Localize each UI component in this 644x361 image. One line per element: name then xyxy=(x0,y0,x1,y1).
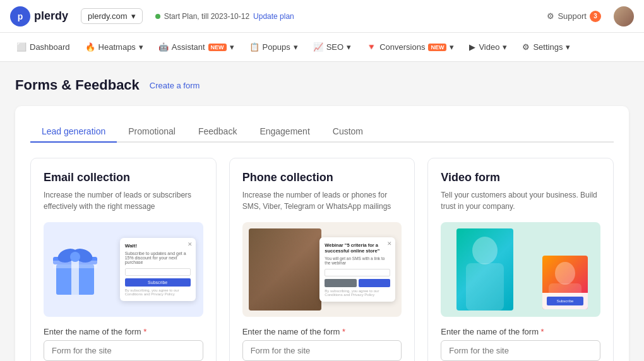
phone-popup-submit-btn xyxy=(359,279,391,287)
logo-icon: p xyxy=(10,6,30,27)
nav-item-conversions[interactable]: 🔻 Conversions NEW ▾ xyxy=(360,33,460,61)
nav-label-assistant: Assistant xyxy=(172,42,205,52)
page-header: Forms & Feedback Create a form xyxy=(15,77,629,93)
video-small-popup: Subscribe xyxy=(542,256,588,309)
domain-text: plerdy.com xyxy=(88,11,128,21)
nav-label-settings: Settings xyxy=(533,42,563,52)
nav-item-settings[interactable]: ⚙ Settings ▾ xyxy=(516,33,576,61)
svg-rect-8 xyxy=(466,263,504,311)
nav-item-heatmaps[interactable]: 🔥 Heatmaps ▾ xyxy=(79,33,150,61)
close-icon: ✕ xyxy=(188,241,193,247)
tab-lead-generation[interactable]: Lead generation xyxy=(30,121,117,143)
email-form-input[interactable] xyxy=(44,340,203,361)
dashboard-icon: ⬜ xyxy=(16,42,27,52)
avatar-image xyxy=(614,6,634,27)
gift-box-icon xyxy=(50,238,100,301)
video-icon: ▶ xyxy=(469,42,475,52)
form-card-phone-desc: Increase the number of leads or phones f… xyxy=(242,189,402,212)
support-label: Support xyxy=(558,11,587,21)
nav-item-popups[interactable]: 📋 Popups ▾ xyxy=(243,33,304,61)
chevron-down-icon: ▾ xyxy=(131,11,136,21)
update-plan-link[interactable]: Update plan xyxy=(253,12,294,21)
phone-popup-title: Webinar "5 criteria for a successful onl… xyxy=(325,242,390,254)
email-form-label: Enter the name of the form * xyxy=(44,327,203,336)
logo[interactable]: p plerdy xyxy=(10,6,68,27)
page-content: Forms & Feedback Create a form Lead gene… xyxy=(0,62,644,361)
main-nav: ⬜ Dashboard 🔥 Heatmaps ▾ 🤖 Assistant NEW… xyxy=(0,33,644,62)
form-card-video-title: Video form xyxy=(441,171,600,184)
chevron-down-icon: ▾ xyxy=(347,42,351,52)
nav-item-assistant[interactable]: 🤖 Assistant NEW ▾ xyxy=(152,33,241,61)
tab-feedback[interactable]: Feedback xyxy=(187,121,248,143)
ai-icon: 🤖 xyxy=(158,42,169,52)
support-button[interactable]: ⚙ Support 3 xyxy=(547,11,601,22)
phone-popup-footer: By subscribing, you agree to our Conditi… xyxy=(325,289,390,297)
content-card: Lead generation Promotional Feedback Eng… xyxy=(15,106,629,361)
nav-item-video[interactable]: ▶ Video ▾ xyxy=(463,33,513,61)
form-card-email-title: Email collection xyxy=(44,171,203,184)
popup-subscribe-btn: Subscribe xyxy=(125,278,191,287)
form-card-phone: Phone collection Increase the number of … xyxy=(229,158,415,361)
phone-form-label: Enter the name of the form * xyxy=(242,327,402,336)
nav-label-dashboard: Dashboard xyxy=(30,42,70,52)
form-card-email-preview: ✕ Wait! Subscribe to updates and get a 1… xyxy=(44,222,203,317)
form-card-phone-preview: ✕ Webinar "5 criteria for a successful o… xyxy=(242,222,402,317)
phone-popup-input xyxy=(325,269,390,276)
required-star: * xyxy=(342,327,345,336)
plan-status-dot xyxy=(155,14,160,19)
camera-photo xyxy=(249,228,321,311)
create-form-link[interactable]: Create a form xyxy=(150,81,200,90)
svg-point-6 xyxy=(70,252,80,262)
phone-popup-text: You will get an SMS with a link to the w… xyxy=(325,256,390,265)
nav-label-video: Video xyxy=(479,42,499,52)
tab-custom[interactable]: Custom xyxy=(321,121,374,143)
logo-text: plerdy xyxy=(34,9,68,23)
plan-text: Start Plan, till 2023-10-12 xyxy=(164,12,249,21)
popup-footer: By subscribing, you agree to our Conditi… xyxy=(125,288,191,296)
form-card-video: Video form Tell your customers about you… xyxy=(427,158,614,361)
chevron-down-icon: ▾ xyxy=(230,42,234,52)
phone-popup-skip-btn xyxy=(325,279,357,287)
chevron-down-icon: ▾ xyxy=(450,42,454,52)
new-badge: NEW xyxy=(208,44,227,51)
tab-promotional[interactable]: Promotional xyxy=(117,121,187,143)
page-title: Forms & Feedback xyxy=(15,77,140,93)
video-form-input[interactable] xyxy=(441,340,600,361)
nav-label-popups: Popups xyxy=(263,42,290,52)
heatmaps-icon: 🔥 xyxy=(85,42,95,52)
support-count-badge: 3 xyxy=(590,11,601,22)
chevron-down-icon: ▾ xyxy=(294,42,298,52)
close-icon: ✕ xyxy=(387,240,392,247)
chevron-down-icon: ▾ xyxy=(503,42,507,52)
nav-item-seo[interactable]: 📈 SEO ▾ xyxy=(307,33,357,61)
avatar[interactable] xyxy=(614,6,634,27)
domain-selector[interactable]: plerdy.com ▾ xyxy=(81,8,143,24)
gear-icon: ⚙ xyxy=(547,11,554,21)
phone-form-input[interactable] xyxy=(242,340,402,361)
popups-icon: 📋 xyxy=(249,42,259,52)
svg-point-9 xyxy=(555,262,575,285)
camera-overlay xyxy=(249,228,321,311)
form-card-phone-title: Phone collection xyxy=(242,171,402,184)
form-card-email-desc: Increase the number of leads or subscrib… xyxy=(44,189,203,212)
nav-label-seo: SEO xyxy=(326,42,343,52)
settings-icon: ⚙ xyxy=(522,42,530,52)
header: p plerdy plerdy.com ▾ Start Plan, till 2… xyxy=(0,0,644,33)
required-star: * xyxy=(143,327,146,336)
popup-email-input xyxy=(125,268,191,276)
video-form-label: Enter the name of the form * xyxy=(441,327,600,336)
svg-point-7 xyxy=(472,237,498,264)
tabs-bar: Lead generation Promotional Feedback Eng… xyxy=(30,121,614,143)
video-main-image xyxy=(456,228,513,311)
form-card-email: Email collection Increase the number of … xyxy=(30,158,217,361)
email-popup-preview: ✕ Wait! Subscribe to updates and get a 1… xyxy=(120,238,196,301)
conversions-icon: 🔻 xyxy=(366,42,376,52)
tab-engagement[interactable]: Engagement xyxy=(248,121,321,143)
chevron-down-icon: ▾ xyxy=(566,42,570,52)
popup-text: Subscribe to updates and get a 15% disco… xyxy=(125,251,191,264)
new-badge-conversions: NEW xyxy=(428,44,446,51)
seo-icon: 📈 xyxy=(313,42,323,52)
phone-popup-preview: ✕ Webinar "5 criteria for a successful o… xyxy=(319,237,395,302)
nav-item-dashboard[interactable]: ⬜ Dashboard xyxy=(10,33,76,61)
phone-popup-buttons xyxy=(325,279,390,287)
